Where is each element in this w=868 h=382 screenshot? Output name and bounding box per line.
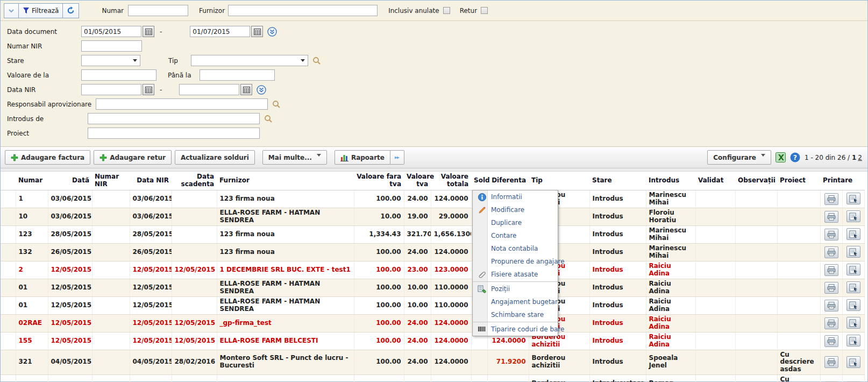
filter-button[interactable]: Filtrează (19, 4, 63, 18)
print-button[interactable] (824, 335, 838, 347)
document-action-button[interactable] (846, 335, 860, 346)
menu-item-angajament-bugetar[interactable]: Angajament bugetar (473, 295, 558, 308)
table-row[interactable]: 0112/05/201512/05/2015ELLA-ROSE FARM - H… (1, 296, 864, 314)
page-1-link[interactable]: 1 (852, 154, 856, 161)
pana-la-input[interactable] (200, 69, 275, 81)
column-header-numar[interactable]: Numar (16, 172, 48, 190)
table-row[interactable]: 13226/05/201526/05/2015123 firma noua100… (1, 243, 864, 261)
rapoarte-button[interactable]: Rapoarte (335, 150, 390, 165)
tip-search-button[interactable] (312, 56, 321, 65)
cell-observatii (735, 279, 777, 296)
menu-item-modificare[interactable]: Modificare (473, 203, 558, 216)
data-nir-to-input[interactable] (179, 84, 239, 95)
numar-filter-input[interactable] (128, 5, 188, 16)
refresh-button[interactable] (63, 4, 79, 18)
responsabil-input[interactable] (96, 98, 268, 110)
inclusiv-anulate-checkbox[interactable] (443, 7, 450, 14)
valoare-de-la-input[interactable] (81, 69, 156, 81)
adaugare-retur-button[interactable]: Adaugare retur (94, 150, 172, 165)
menu-item-contare[interactable]: Contare (473, 229, 558, 242)
table-row[interactable]: 02RAE12/05/201512/05/201512/05/2015_gp-f… (1, 314, 864, 332)
document-action-button[interactable] (846, 246, 860, 258)
column-header-valoare-tva[interactable]: Valoare tva (404, 172, 431, 190)
column-header-data-nir[interactable]: Data NIR (130, 172, 172, 190)
page-2-link[interactable]: 2 (858, 154, 862, 161)
column-header-proiect[interactable]: Proiect (777, 172, 820, 190)
print-button[interactable] (824, 193, 838, 205)
calendar-icon[interactable] (251, 26, 263, 37)
numar-nir-input[interactable] (81, 40, 142, 52)
document-action-button[interactable] (846, 264, 860, 275)
table-row[interactable]: 3204/05/201504/05/201506/05/2015Absolut … (1, 374, 864, 382)
proiect-filter-input[interactable] (88, 128, 260, 139)
column-header-introdus[interactable]: Introdus (646, 172, 695, 190)
column-header-validat[interactable]: Validat (695, 172, 735, 190)
menu-item-propunere-de-angajare[interactable]: Propunere de angajare (473, 255, 558, 268)
print-button[interactable] (824, 300, 838, 312)
expand-date-options-button[interactable] (267, 27, 277, 37)
furnizor-filter-input[interactable] (228, 5, 378, 16)
menu-item-schimbare-stare[interactable]: Schimbare stare (473, 308, 558, 321)
expand-nir-date-options-button[interactable] (257, 85, 266, 95)
cell-observatii (735, 296, 777, 314)
column-header-data[interactable]: Dată (48, 172, 92, 190)
table-row[interactable]: 32104/05/201504/05/201528/02/2016Montero… (1, 350, 864, 374)
document-action-button[interactable] (846, 228, 860, 240)
document-action-button[interactable] (846, 356, 860, 368)
print-button[interactable] (824, 264, 838, 276)
retur-checkbox[interactable] (481, 7, 488, 14)
column-header-diferenta[interactable]: Diferenta (487, 172, 529, 190)
document-action-button[interactable] (846, 317, 860, 329)
column-header-sold[interactable]: Sold (471, 172, 487, 190)
print-button[interactable] (824, 282, 838, 294)
calendar-icon[interactable] (143, 26, 154, 37)
collapse-filters-button[interactable] (4, 4, 19, 18)
menu-item-nota-contabila[interactable]: Nota contabila (473, 242, 558, 255)
actualizare-solduri-button[interactable]: Actualizare solduri (175, 150, 255, 165)
menu-item-duplicare[interactable]: Duplicare (473, 216, 558, 229)
menu-item-tiparire-coduri-de-bare[interactable]: Tiparire coduri de bare (473, 323, 558, 336)
table-row[interactable]: 12328/05/201528/05/2015123 firma noua1,3… (1, 225, 864, 243)
column-header-tip[interactable]: Tip (529, 172, 589, 190)
export-excel-button[interactable] (775, 152, 786, 162)
table-row[interactable]: 103/06/201503/06/2015123 firma noua100.0… (1, 190, 864, 208)
column-header-data-scadenta[interactable]: Data scadenta (172, 172, 217, 190)
table-row[interactable]: 0112/05/201512/05/2015ELLA-ROSE FARM - H… (1, 279, 864, 296)
stare-select[interactable] (81, 55, 140, 66)
document-action-button[interactable] (846, 299, 860, 311)
table-row[interactable]: 15512/05/201512/05/201512/05/2015ELLA-RO… (1, 332, 864, 350)
help-button[interactable]: ? (790, 152, 800, 162)
column-header-valoare-fara-tva[interactable]: Valoare fara tva (354, 172, 404, 190)
column-header-valoare-totala[interactable]: Valoare totala (431, 172, 471, 190)
document-action-button[interactable] (846, 193, 860, 204)
table-row[interactable]: 1003/06/201503/06/2015ELLA-ROSE FARM - H… (1, 208, 864, 225)
column-header-numar-nir[interactable]: Numar NIR (92, 172, 130, 190)
tip-select[interactable] (191, 55, 308, 66)
mai-multe-button[interactable]: Mai multe... (262, 150, 327, 165)
print-button[interactable] (824, 229, 838, 240)
calendar-icon[interactable] (143, 84, 154, 95)
print-button[interactable] (824, 317, 838, 329)
document-action-button[interactable] (846, 281, 860, 293)
data-nir-from-input[interactable] (81, 84, 141, 95)
calendar-icon[interactable] (240, 84, 252, 95)
menu-item-fisiere-atasate[interactable]: Fisiere atasate (473, 268, 558, 281)
print-button[interactable] (824, 211, 838, 223)
column-header-furnizor[interactable]: Furnizor (217, 172, 354, 190)
rapoarte-expand-button[interactable] (390, 150, 404, 165)
data-document-to-input[interactable] (190, 26, 250, 37)
print-button[interactable] (824, 246, 838, 258)
menu-item-informatii[interactable]: Informatii (473, 190, 558, 203)
column-header-observatii[interactable]: Observații (735, 172, 777, 190)
column-header-stare[interactable]: Stare (589, 172, 646, 190)
introdus-de-input[interactable] (88, 113, 260, 124)
menu-item-pozi-ii[interactable]: Poziții (473, 282, 558, 295)
table-row[interactable]: 212/05/201512/05/201512/05/20151 DECEMBR… (1, 261, 864, 279)
document-action-button[interactable] (846, 210, 860, 222)
configurare-button[interactable]: Configurare (707, 150, 771, 165)
introdus-de-search-button[interactable] (264, 115, 273, 123)
responsabil-search-button[interactable] (272, 100, 281, 109)
adaugare-factura-button[interactable]: Adaugare factura (5, 150, 90, 165)
data-document-from-input[interactable] (81, 26, 141, 37)
print-button[interactable] (824, 356, 838, 368)
